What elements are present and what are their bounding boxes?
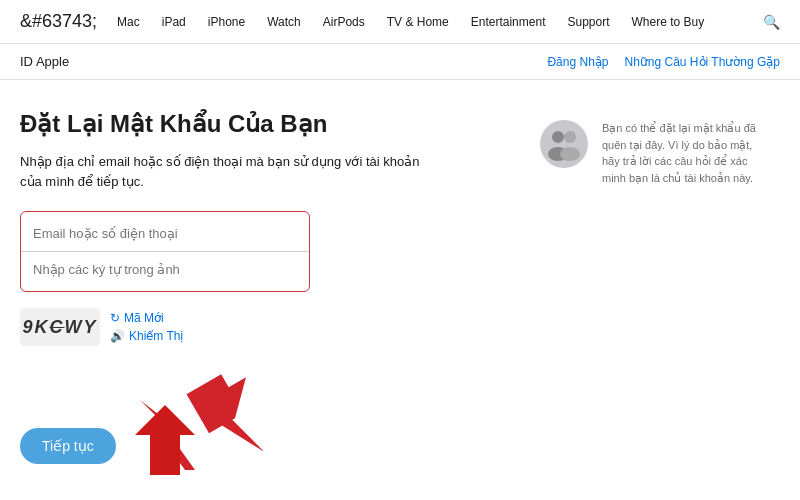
captcha-actions: ↻ Mã Mới 🔊 Khiếm Thị <box>110 311 183 343</box>
main-content: Đặt Lại Mật Khẩu Của Bạn Nhập địa chỉ em… <box>0 80 800 484</box>
right-description: Bạn có thể đặt lại mật khẩu đã quên tại … <box>602 120 760 186</box>
captcha-image: 9KCWY <box>20 308 100 346</box>
nav-item-iphone[interactable]: iPhone <box>208 15 245 29</box>
nav-item-support[interactable]: Support <box>567 15 609 29</box>
left-section: Đặt Lại Mật Khẩu Của Bạn Nhập địa chỉ em… <box>20 110 500 464</box>
arrow-indicator <box>180 361 270 455</box>
nav-right: 🔍 <box>763 14 780 30</box>
page-description: Nhập địa chỉ email hoặc số điện thoại mà… <box>20 152 420 191</box>
captcha-refresh-label: Mã Mới <box>124 311 164 325</box>
nav-item-ipad[interactable]: iPad <box>162 15 186 29</box>
nav-item-mac[interactable]: Mac <box>117 15 140 29</box>
nav-item-tv-home[interactable]: TV & Home <box>387 15 449 29</box>
sub-nav-links: Đăng Nhập Những Câu Hỏi Thường Gặp <box>547 55 780 69</box>
captcha-audio-label: Khiếm Thị <box>129 329 183 343</box>
audio-icon: 🔊 <box>110 329 125 343</box>
apple-logo-icon[interactable]: &#63743; <box>20 11 97 32</box>
captcha-row: 9KCWY ↻ Mã Mới 🔊 Khiếm Thị <box>20 308 440 346</box>
svg-point-4 <box>560 147 580 161</box>
avatar-svg <box>544 124 584 164</box>
svg-point-1 <box>552 131 564 143</box>
nav-item-watch[interactable]: Watch <box>267 15 301 29</box>
continue-button[interactable]: Tiếp tục <box>20 428 116 464</box>
top-nav: &#63743; Mac iPad iPhone Watch AirPods T… <box>0 0 800 44</box>
refresh-icon: ↻ <box>110 311 120 325</box>
captcha-audio-link[interactable]: 🔊 Khiếm Thị <box>110 329 183 343</box>
brand-label: ID Apple <box>20 54 69 69</box>
search-icon[interactable]: 🔍 <box>763 14 780 30</box>
avatar-icon <box>540 120 588 168</box>
faq-link[interactable]: Những Câu Hỏi Thường Gặp <box>624 55 780 69</box>
email-field[interactable] <box>21 216 309 252</box>
nav-item-where-to-buy[interactable]: Where to Buy <box>632 15 705 29</box>
nav-item-airpods[interactable]: AirPods <box>323 15 365 29</box>
nav-item-entertainment[interactable]: Entertainment <box>471 15 546 29</box>
nav-items: Mac iPad iPhone Watch AirPods TV & Home … <box>117 15 763 29</box>
red-arrow-icon <box>180 361 270 451</box>
captcha-input[interactable] <box>21 252 309 287</box>
svg-point-3 <box>564 131 576 143</box>
form-section <box>20 211 310 292</box>
captcha-text: 9KCWY <box>22 317 97 338</box>
right-section: Bạn có thể đặt lại mật khẩu đã quên tại … <box>540 110 760 464</box>
sub-nav: ID Apple Đăng Nhập Những Câu Hỏi Thường … <box>0 44 800 80</box>
captcha-refresh-link[interactable]: ↻ Mã Mới <box>110 311 183 325</box>
page-title: Đặt Lại Mật Khẩu Của Bạn <box>20 110 500 138</box>
login-link[interactable]: Đăng Nhập <box>547 55 608 69</box>
